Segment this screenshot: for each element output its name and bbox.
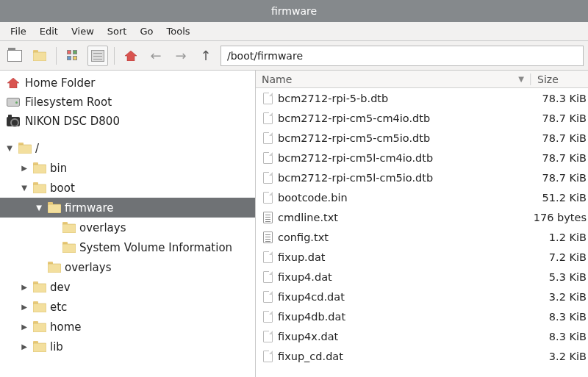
text-file-icon bbox=[262, 231, 273, 244]
svg-rect-7 bbox=[33, 165, 46, 173]
file-row[interactable]: bcm2712-rpi-cm5-cm5io.dtb78.7 KiB bbox=[256, 128, 588, 148]
column-header-size[interactable]: Size bbox=[531, 73, 588, 85]
file-icon bbox=[262, 330, 273, 343]
file-row[interactable]: bcm2712-rpi-cm5-cm4io.dtb78.7 KiB bbox=[256, 108, 588, 128]
file-row[interactable]: fixup4cd.dat3.2 KiB bbox=[256, 287, 588, 306]
file-row[interactable]: fixup_cd.dat3.2 KiB bbox=[256, 346, 588, 366]
place-camera[interactable]: NIKON DSC D800 bbox=[0, 112, 255, 131]
file-icon bbox=[262, 251, 273, 264]
folder-icon bbox=[62, 222, 76, 233]
chevron-right-icon[interactable]: ▶ bbox=[19, 342, 29, 351]
file-row[interactable]: bcm2712-rpi-cm5l-cm4io.dtb78.7 KiB bbox=[256, 148, 588, 168]
chevron-down-icon[interactable]: ▼ bbox=[19, 184, 29, 192]
window-titlebar: firmware bbox=[0, 0, 588, 22]
file-pane: Name ▼ Size bcm2712-rpi-5-b.dtb78.3 KiBb… bbox=[256, 71, 588, 377]
file-size: 78.7 KiB bbox=[531, 152, 588, 164]
chevron-right-icon[interactable]: ▶ bbox=[19, 303, 29, 311]
arrow-up-icon: ↑ bbox=[200, 48, 211, 63]
chevron-down-icon[interactable]: ▼ bbox=[4, 144, 15, 152]
arrow-right-icon: → bbox=[175, 48, 186, 63]
file-name: fixup_cd.dat bbox=[278, 351, 343, 362]
tree-node[interactable]: ▶dev bbox=[0, 277, 255, 297]
place-label: Home Folder bbox=[25, 76, 95, 90]
places-list: Home FolderFilesystem RootNIKON DSC D800 bbox=[0, 71, 255, 135]
place-home[interactable]: Home Folder bbox=[0, 73, 255, 93]
file-icon bbox=[262, 310, 273, 323]
path-input[interactable]: /boot/firmware bbox=[220, 46, 584, 66]
chevron-right-icon[interactable]: ▶ bbox=[19, 283, 29, 291]
folder-icon bbox=[32, 162, 47, 173]
place-fsroot[interactable]: Filesystem Root bbox=[0, 93, 255, 112]
menu-bar: FileEditViewSortGoTools bbox=[0, 22, 588, 41]
svg-rect-25 bbox=[33, 343, 46, 352]
icon-view-button[interactable] bbox=[62, 46, 83, 66]
folder-icon bbox=[33, 50, 46, 61]
file-row[interactable]: fixup.dat7.2 KiB bbox=[256, 247, 588, 267]
new-tab-icon bbox=[7, 50, 22, 62]
list-view-button[interactable] bbox=[87, 46, 108, 66]
tree-node[interactable]: ▶etc bbox=[0, 297, 255, 317]
home-button[interactable] bbox=[121, 46, 141, 66]
tree-node-label: overlays bbox=[79, 221, 126, 234]
file-row[interactable]: bcm2712-rpi-5-b.dtb78.3 KiB bbox=[256, 88, 588, 108]
place-label: Filesystem Root bbox=[25, 96, 112, 109]
file-row[interactable]: fixup4x.dat8.3 KiB bbox=[256, 326, 588, 346]
tree-node[interactable]: ▼boot bbox=[0, 178, 255, 198]
file-row[interactable]: config.txt1.2 KiB bbox=[256, 227, 588, 247]
file-list-body: bcm2712-rpi-5-b.dtb78.3 KiBbcm2712-rpi-c… bbox=[256, 88, 588, 377]
column-header-name[interactable]: Name ▼ bbox=[256, 73, 531, 85]
file-name: fixup4.dat bbox=[278, 271, 332, 283]
file-row[interactable]: fixup4.dat5.3 KiB bbox=[256, 267, 588, 287]
column-header-size-label: Size bbox=[537, 73, 559, 85]
menu-file[interactable]: File bbox=[4, 24, 32, 39]
file-row[interactable]: cmdline.txt176 bytes bbox=[256, 207, 588, 227]
menu-tools[interactable]: Tools bbox=[161, 24, 196, 39]
chevron-down-icon[interactable]: ▼ bbox=[34, 204, 44, 212]
main-area: Home FolderFilesystem RootNIKON DSC D800… bbox=[0, 71, 588, 377]
camera-icon bbox=[6, 115, 21, 127]
svg-rect-5 bbox=[18, 145, 32, 154]
file-size: 78.7 KiB bbox=[531, 112, 588, 124]
svg-rect-13 bbox=[62, 224, 76, 233]
tree-node[interactable]: ▶home bbox=[0, 317, 255, 337]
file-name: bcm2712-rpi-cm5l-cm4io.dtb bbox=[278, 152, 433, 164]
file-size: 7.2 KiB bbox=[531, 251, 588, 263]
tree-node[interactable]: ▼/ bbox=[0, 138, 255, 158]
chevron-right-icon[interactable]: ▶ bbox=[19, 164, 29, 172]
file-row[interactable]: bootcode.bin51.2 KiB bbox=[256, 187, 588, 207]
forward-button[interactable]: → bbox=[171, 46, 191, 66]
up-button[interactable]: ↑ bbox=[196, 46, 216, 66]
tree-node-label: boot bbox=[50, 182, 75, 195]
new-tab-button[interactable] bbox=[4, 46, 25, 66]
menu-edit[interactable]: Edit bbox=[34, 24, 64, 39]
file-name: config.txt bbox=[278, 231, 329, 243]
menu-view[interactable]: View bbox=[65, 24, 100, 39]
tree-node[interactable]: ▶lib bbox=[0, 337, 255, 356]
tree-node[interactable]: ▶overlays bbox=[0, 218, 255, 237]
chevron-right-icon[interactable]: ▶ bbox=[19, 323, 29, 331]
new-folder-button[interactable] bbox=[29, 46, 50, 66]
menu-sort[interactable]: Sort bbox=[101, 24, 133, 39]
file-name: fixup4db.dat bbox=[278, 311, 345, 323]
file-icon bbox=[262, 270, 273, 284]
folder-icon bbox=[62, 242, 76, 253]
path-text: /boot/firmware bbox=[227, 50, 303, 62]
tree-node[interactable]: ▶System Volume Information bbox=[0, 237, 255, 257]
file-row[interactable]: fixup4db.dat8.3 KiB bbox=[256, 306, 588, 326]
folder-icon bbox=[18, 143, 32, 154]
file-list-header: Name ▼ Size bbox=[256, 71, 588, 88]
tree-node[interactable]: ▶bin bbox=[0, 158, 255, 178]
file-name: fixup4x.dat bbox=[278, 331, 338, 342]
menu-go[interactable]: Go bbox=[134, 24, 159, 39]
svg-rect-11 bbox=[48, 204, 61, 213]
file-size: 5.3 KiB bbox=[531, 271, 588, 283]
file-row[interactable]: bcm2712-rpi-cm5l-cm5io.dtb78.7 KiB bbox=[256, 168, 588, 187]
back-button[interactable]: ← bbox=[146, 46, 166, 66]
tree-node[interactable]: ▼firmware bbox=[0, 198, 255, 218]
list-view-icon bbox=[91, 50, 104, 62]
tree-node[interactable]: ▶overlays bbox=[0, 257, 255, 277]
file-name: bcm2712-rpi-5-b.dtb bbox=[278, 93, 388, 104]
toolbar-separator bbox=[114, 47, 115, 65]
file-size: 78.7 KiB bbox=[531, 132, 588, 144]
tree-node-label: lib bbox=[50, 340, 63, 353]
